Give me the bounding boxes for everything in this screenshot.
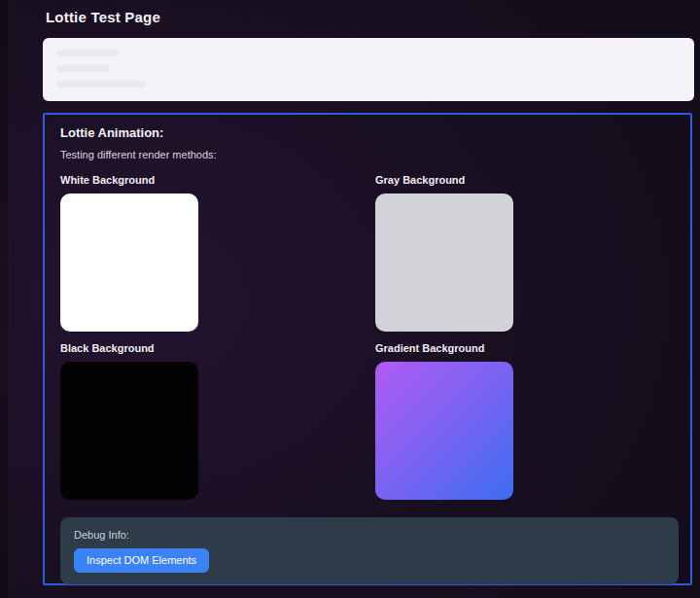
test-case-gray: Gray Background xyxy=(375,173,675,332)
section-subheading: Testing different render methods: xyxy=(60,148,675,161)
faint-text-line xyxy=(56,50,119,56)
test-grid: White Background Gray Background Black B… xyxy=(60,163,675,500)
black-background-swatch xyxy=(60,362,198,500)
status-box xyxy=(43,38,694,101)
test-case-black: Black Background xyxy=(60,341,375,500)
page-content: Lottie Test Page Lottie Animation: Testi… xyxy=(43,0,694,585)
white-background-swatch xyxy=(60,193,198,332)
test-label: Gradient Background xyxy=(375,341,675,355)
faint-text-line xyxy=(56,81,146,88)
faint-text-line xyxy=(56,65,110,72)
left-edge-strip xyxy=(0,0,10,598)
debug-panel: Debug Info: Inspect DOM Elements xyxy=(60,517,679,584)
page-title: Lottie Test Page xyxy=(46,8,694,27)
test-label: White Background xyxy=(60,173,375,187)
gray-background-swatch xyxy=(375,193,513,332)
lottie-animation-section: Lottie Animation: Testing different rend… xyxy=(43,113,692,585)
test-label: Black Background xyxy=(60,341,375,355)
gradient-background-swatch xyxy=(375,362,513,500)
test-label: Gray Background xyxy=(375,173,675,187)
section-heading: Lottie Animation: xyxy=(60,124,675,141)
test-case-white: White Background xyxy=(60,173,375,332)
debug-info-label: Debug Info: xyxy=(74,528,665,542)
test-case-gradient: Gradient Background xyxy=(375,341,675,500)
inspect-dom-elements-button[interactable]: Inspect DOM Elements xyxy=(74,548,209,573)
